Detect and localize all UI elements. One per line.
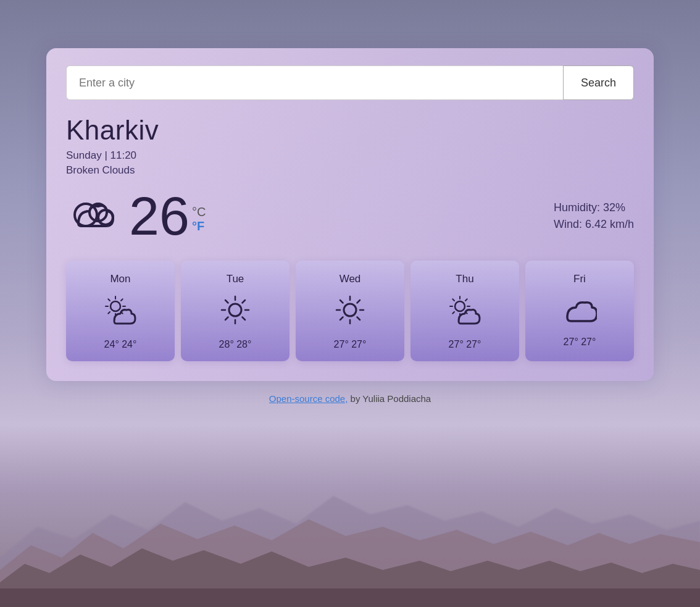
humidity-label: Humidity: 32% — [554, 201, 634, 214]
forecast-day: Fri — [573, 273, 586, 285]
forecast-day: Thu — [456, 273, 473, 285]
city-name: Kharkiv — [66, 115, 634, 146]
weather-details: Humidity: 32% Wind: 6.42 km/h — [554, 201, 634, 231]
forecast-temps: 28° 28° — [219, 339, 252, 350]
forecast-temps: 27° 27° — [564, 337, 596, 348]
svg-point-35 — [455, 301, 465, 311]
condition-text: Broken Clouds — [66, 164, 634, 177]
unit-toggle: °C °F — [192, 194, 206, 233]
celsius-unit[interactable]: °C — [192, 205, 206, 219]
svg-line-43 — [452, 312, 454, 314]
mountains-background — [0, 434, 700, 607]
fahrenheit-unit[interactable]: °F — [192, 219, 206, 233]
forecast-day: Tue — [227, 273, 244, 285]
forecast-card: Thu 27° 27° — [410, 261, 519, 361]
svg-line-24 — [243, 300, 246, 303]
svg-rect-3 — [0, 588, 700, 607]
date-time: Sunday | 11:20 — [66, 149, 634, 162]
svg-line-33 — [357, 300, 360, 303]
footer: Open-source code, by Yuliia Poddiacha — [269, 393, 431, 404]
svg-point-26 — [344, 304, 356, 316]
forecast-temps: 24° 24° — [104, 339, 137, 350]
svg-line-23 — [243, 317, 246, 320]
svg-line-42 — [465, 299, 467, 301]
wind-label: Wind: 6.42 km/h — [554, 218, 634, 231]
page-container: Search Kharkiv Sunday | 11:20 Broken Clo… — [0, 0, 700, 404]
forecast-temps: 27° 27° — [334, 339, 367, 350]
footer-author: by Yuliia Poddiacha — [348, 393, 431, 404]
svg-point-17 — [229, 304, 241, 316]
forecast-card: Tue 28° 28° — [181, 261, 290, 361]
open-source-link[interactable]: Open-source code, — [269, 393, 348, 404]
svg-line-15 — [121, 299, 123, 301]
current-weather-row: 26 °C °F Humidity: 32% Wind: 6.42 km/h — [66, 189, 634, 243]
forecast-icon — [219, 294, 251, 330]
forecast-row: Mon 24° 24° Tue — [66, 261, 634, 361]
svg-line-22 — [225, 300, 228, 303]
forecast-day: Wed — [340, 273, 361, 285]
forecast-card: Mon 24° 24° — [66, 261, 175, 361]
svg-point-8 — [110, 301, 120, 311]
weather-card: Search Kharkiv Sunday | 11:20 Broken Clo… — [46, 48, 654, 381]
svg-line-13 — [108, 299, 110, 301]
svg-line-32 — [357, 317, 360, 320]
forecast-card: Wed 27° 27° — [296, 261, 404, 361]
svg-line-40 — [452, 299, 454, 301]
svg-line-34 — [340, 317, 343, 320]
forecast-day: Mon — [110, 273, 130, 285]
search-row: Search — [66, 65, 634, 100]
current-weather-icon — [66, 191, 122, 241]
forecast-icon — [103, 294, 138, 330]
search-input[interactable] — [66, 65, 563, 100]
svg-line-16 — [108, 312, 110, 314]
svg-line-25 — [225, 317, 228, 320]
temperature-value: 26 — [129, 189, 190, 243]
forecast-card: Fri 27° 27° — [525, 261, 634, 361]
forecast-icon — [334, 294, 366, 330]
search-button[interactable]: Search — [563, 65, 634, 100]
forecast-icon — [448, 294, 482, 330]
forecast-temps: 27° 27° — [449, 339, 481, 350]
svg-line-31 — [340, 300, 343, 303]
forecast-icon — [562, 294, 597, 328]
